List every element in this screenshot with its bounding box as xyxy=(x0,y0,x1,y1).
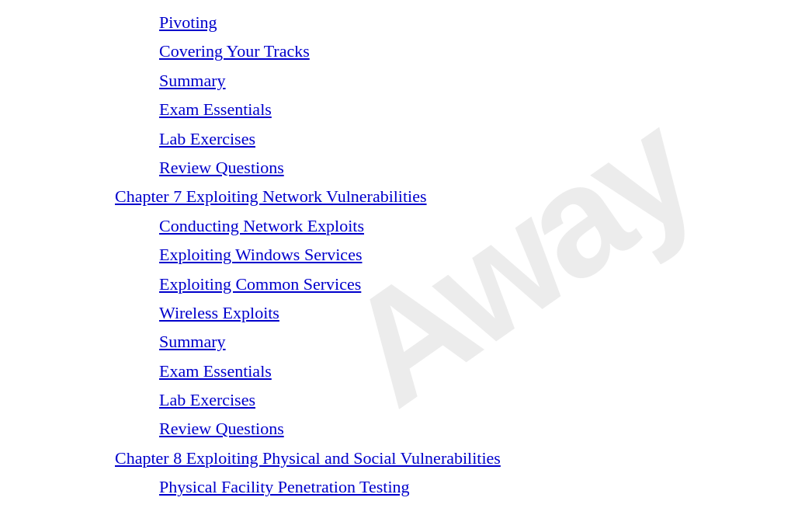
toc-link-exam-essentials-1[interactable]: Exam Essentials xyxy=(0,95,812,124)
toc-link-lab-exercises-2[interactable]: Lab Exercises xyxy=(0,385,812,414)
toc-link-covering-your-tracks[interactable]: Covering Your Tracks xyxy=(0,37,812,65)
toc-content: Pivoting Covering Your Tracks Summary Ex… xyxy=(0,0,812,502)
toc-link-conducting-network-exploits[interactable]: Conducting Network Exploits xyxy=(0,211,812,240)
toc-link-summary-1[interactable]: Summary xyxy=(0,66,812,95)
toc-link-review-questions-2[interactable]: Review Questions xyxy=(0,414,812,443)
toc-link-pivoting[interactable]: Pivoting xyxy=(0,8,812,37)
toc-link-summary-2[interactable]: Summary xyxy=(0,327,812,356)
toc-link-chapter-8[interactable]: Chapter 8 Exploiting Physical and Social… xyxy=(0,444,812,472)
toc-link-physical-facility[interactable]: Physical Facility Penetration Testing xyxy=(0,472,812,501)
toc-link-exam-essentials-2[interactable]: Exam Essentials xyxy=(0,357,812,385)
toc-link-lab-exercises-1[interactable]: Lab Exercises xyxy=(0,124,812,153)
toc-link-chapter-7[interactable]: Chapter 7 Exploiting Network Vulnerabili… xyxy=(0,182,812,211)
toc-link-review-questions-1[interactable]: Review Questions xyxy=(0,153,812,182)
toc-link-exploiting-common-services[interactable]: Exploiting Common Services xyxy=(0,270,812,298)
toc-link-exploiting-windows-services[interactable]: Exploiting Windows Services xyxy=(0,240,812,269)
toc-link-wireless-exploits[interactable]: Wireless Exploits xyxy=(0,298,812,327)
